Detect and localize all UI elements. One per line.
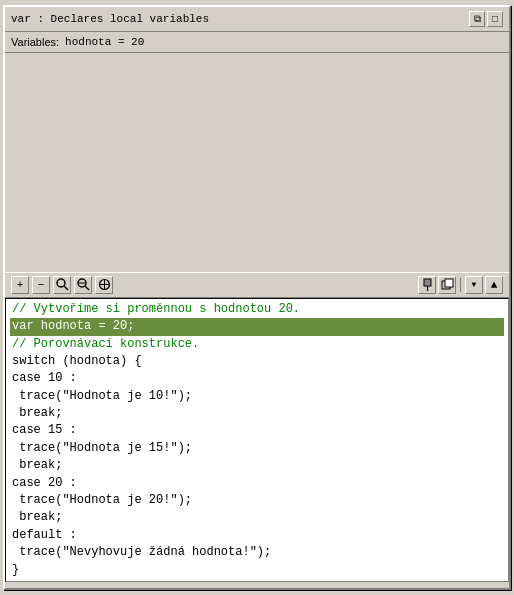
svg-rect-11 xyxy=(445,279,453,287)
code-line: trace("Hodnota je 15!"); xyxy=(10,440,504,457)
code-line: break; xyxy=(10,457,504,474)
code-line: // Porovnávací konstrukce. xyxy=(10,336,504,353)
info-icon[interactable]: □ xyxy=(487,11,503,27)
toolbar-left: + − xyxy=(11,276,113,294)
scroll-up-toolbar-button[interactable]: ▲ xyxy=(485,276,503,294)
spacer xyxy=(5,53,509,272)
toolbar-right: ▼ ▲ xyxy=(418,276,503,294)
code-line: var hodnota = 20; xyxy=(10,318,504,335)
code-line: } xyxy=(10,562,504,579)
code-line: case 15 : xyxy=(10,422,504,439)
title-icons: ⧉ □ xyxy=(469,11,503,27)
code-area[interactable]: // Vytvoříme si proměnnou s hodnotou 20.… xyxy=(5,298,509,582)
svg-point-0 xyxy=(57,279,65,287)
svg-line-3 xyxy=(85,286,89,290)
code-line: case 20 : xyxy=(10,475,504,492)
search-button[interactable] xyxy=(53,276,71,294)
copy-icon[interactable]: ⧉ xyxy=(469,11,485,27)
code-line: case 10 : xyxy=(10,370,504,387)
toolbar: + − xyxy=(5,272,509,298)
pin-button[interactable] xyxy=(418,276,436,294)
browse-icon xyxy=(77,278,90,291)
scroll-area: // Vytvoříme si proměnnou s hodnotou 20.… xyxy=(5,298,509,582)
expand-button[interactable] xyxy=(438,276,456,294)
options-button[interactable] xyxy=(95,276,113,294)
window-title: var : Declares local variables xyxy=(11,13,209,25)
options-icon xyxy=(98,278,111,291)
code-block: // Vytvoříme si proměnnou s hodnotou 20.… xyxy=(6,299,508,581)
remove-button[interactable]: − xyxy=(32,276,50,294)
variables-label: Variables: xyxy=(11,36,59,48)
main-window: var : Declares local variables ⧉ □ Varia… xyxy=(3,5,511,590)
code-line: switch (hodnota) { xyxy=(10,353,504,370)
dropdown-button[interactable]: ▼ xyxy=(465,276,483,294)
code-line: // Vytvoříme si proměnnou s hodnotou 20. xyxy=(10,301,504,318)
expand-icon xyxy=(441,278,454,291)
svg-rect-8 xyxy=(424,279,431,286)
browse-button[interactable] xyxy=(74,276,92,294)
add-button[interactable]: + xyxy=(11,276,29,294)
code-line: break; xyxy=(10,405,504,422)
toolbar-separator xyxy=(460,278,461,292)
code-line: trace("Hodnota je 20!"); xyxy=(10,492,504,509)
svg-line-1 xyxy=(64,286,68,290)
code-line: default : xyxy=(10,527,504,544)
search-icon xyxy=(56,278,69,291)
code-line: trace("Hodnota je 10!"); xyxy=(10,388,504,405)
bottom-bar xyxy=(5,582,509,588)
title-bar: var : Declares local variables ⧉ □ xyxy=(5,7,509,32)
pin-icon xyxy=(421,278,434,291)
dropdown-arrow-icon: ▼ xyxy=(472,280,477,289)
variables-value: hodnota = 20 xyxy=(65,36,144,48)
variables-row: Variables: hodnota = 20 xyxy=(5,32,509,53)
code-line: break; xyxy=(10,509,504,526)
code-line: trace("Nevyhovuje žádná hodnota!"); xyxy=(10,544,504,561)
